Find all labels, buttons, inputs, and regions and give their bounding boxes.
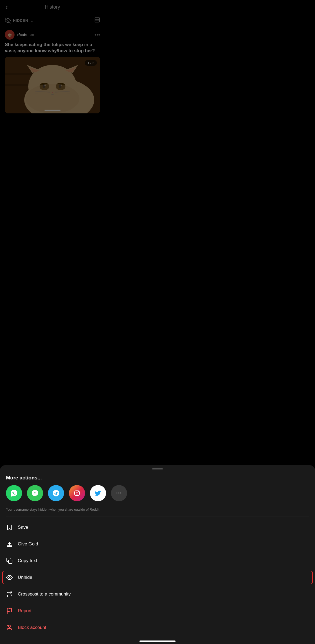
sheet-overlay[interactable] bbox=[0, 0, 105, 215]
